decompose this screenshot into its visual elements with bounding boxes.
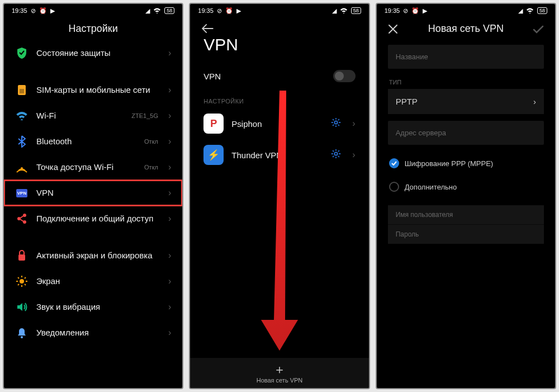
dnd-icon: ⊘ [403,7,408,15]
dnd-icon: ⊘ [31,7,36,15]
close-button[interactable] [388,24,398,36]
vpn-list-screen: 19:35 ⊘ ⏰ ▶ ◢ 58 VPN VPN НАСТРОЙКИ P Psi… [189,3,369,389]
svg-point-18 [335,152,338,155]
alarm-icon: ⏰ [411,7,419,15]
chevron-right-icon: › [168,328,171,338]
vpn-name-input[interactable]: Название [388,45,544,69]
settings-row-label: VPN [36,188,160,199]
status-time: 19:35 [12,7,27,14]
plus-icon: ＋ [273,363,286,376]
vpn-toggle[interactable] [333,70,356,82]
svg-rect-6 [18,254,25,261]
encryption-checkbox-row[interactable]: Шифрование PPP (MPPE) [377,149,555,173]
gear-icon[interactable] [331,149,341,161]
settings-list: Состояние защиты › SIM-карты и мобильные… [4,40,182,388]
battery-icon: 58 [164,7,174,14]
sim-icon [15,84,29,96]
hotspot-icon [15,162,29,173]
settings-row-bluetooth[interactable]: Bluetooth Откл › [4,129,182,154]
server-address-input[interactable]: Адрес сервера [388,121,544,145]
checkbox-checked-icon [389,158,399,168]
settings-row-hotspot[interactable]: Точка доступа Wi-Fi Откл › [4,154,182,180]
svg-rect-1 [20,89,24,93]
password-input[interactable]: Пароль [388,225,544,244]
settings-row-label: Состояние защиты [36,48,160,59]
dnd-icon: ⊘ [217,7,222,15]
settings-row-label: Звук и вибрация [36,302,160,313]
alarm-icon: ⏰ [39,7,47,15]
svg-line-13 [25,284,26,285]
wifi-icon [153,8,161,13]
add-vpn-button[interactable]: ＋ Новая сеть VPN [190,358,368,388]
settings-row-lock[interactable]: Активный экран и блокировка › [4,243,182,268]
vpn-type-value: PPTP [396,97,418,106]
chevron-right-icon: › [352,150,355,160]
vpn-app-list: P Psiphon › ⚡ Thunder VPN › [190,108,368,171]
bell-icon [15,327,29,338]
brightness-icon [15,275,29,287]
vpn-page-title: VPN [190,29,368,64]
settings-row-brightness[interactable]: Экран › [4,268,182,294]
settings-row-shield[interactable]: Состояние защиты › [4,40,182,66]
youtube-icon: ▶ [423,7,427,15]
chevron-right-icon: › [168,48,171,58]
settings-row-bell[interactable]: Уведомления › [4,320,182,346]
wifi-icon [15,111,29,120]
gear-icon[interactable] [331,117,341,130]
settings-row-label: Bluetooth [36,136,136,147]
chevron-right-icon: › [352,119,355,129]
app-icon: ⚡ [203,145,224,165]
settings-row-vpn[interactable]: VPN VPN › [4,180,182,206]
page-header: Настройки [4,16,182,40]
chevron-right-icon: › [533,97,536,106]
settings-row-share[interactable]: Подключение и общий доступ › [4,206,182,232]
svg-point-17 [335,121,338,124]
battery-icon: 58 [537,7,547,14]
credentials-box: Имя пользователя Пароль [388,205,544,244]
vpn-master-toggle-row[interactable]: VPN [190,64,368,90]
vpn-app-label: Thunder VPN [231,150,323,160]
vpn-toggle-label: VPN [203,72,221,81]
status-bar: 19:35 ⊘ ⏰ ▶ ◢ 58 [377,4,555,16]
page-title: Новая сеть VPN [428,23,504,35]
username-input[interactable]: Имя пользователя [388,205,544,225]
settings-row-label: Уведомления [36,328,160,338]
confirm-button[interactable] [533,25,544,36]
advanced-label: Дополнительно [405,183,457,191]
vpn-app-row[interactable]: P Psiphon › [190,108,368,139]
settings-row-value: Откл [144,164,158,171]
shield-icon [15,47,29,59]
signal-icon: ◢ [332,7,337,15]
settings-row-sound[interactable]: Звук и вибрация › [4,294,182,320]
advanced-checkbox-row[interactable]: Дополнительно [377,173,555,196]
settings-row-label: Wi-Fi [36,111,124,121]
svg-line-15 [18,284,19,285]
wifi-icon [526,8,534,13]
back-button[interactable] [201,24,214,35]
vpn-type-select[interactable]: PPTP › [388,89,544,114]
chevron-right-icon: › [168,188,171,198]
settings-screen: 19:35 ⊘ ⏰ ▶ ◢ 58 Настройки Состояние защ… [3,3,183,389]
lock-icon [15,250,29,261]
svg-point-7 [20,279,24,284]
encryption-label: Шифрование PPP (MPPE) [405,159,494,168]
settings-row-label: SIM-карты и мобильные сети [36,85,160,96]
new-vpn-screen: 19:35 ⊘ ⏰ ▶ ◢ 58 Новая сеть VPN Название… [376,3,556,389]
settings-row-value: Откл [144,138,158,145]
settings-row-sim[interactable]: SIM-карты и мобильные сети › [4,77,182,103]
battery-icon: 58 [351,7,361,14]
signal-icon: ◢ [145,7,150,15]
signal-icon: ◢ [518,7,523,15]
vpn-icon: VPN [15,189,29,197]
settings-row-label: Точка доступа Wi-Fi [36,162,136,173]
youtube-icon: ▶ [50,7,55,15]
vpn-app-row[interactable]: ⚡ Thunder VPN › [190,139,368,171]
wifi-icon [340,8,348,13]
chevron-right-icon: › [168,85,171,95]
settings-row-wifi[interactable]: Wi-Fi ZTE1_5G › [4,103,182,129]
checkbox-unchecked-icon [389,182,399,192]
chevron-right-icon: › [168,111,171,121]
settings-row-value: ZTE1_5G [131,112,158,119]
svg-line-12 [18,277,19,278]
vpn-app-label: Psiphon [231,119,323,129]
